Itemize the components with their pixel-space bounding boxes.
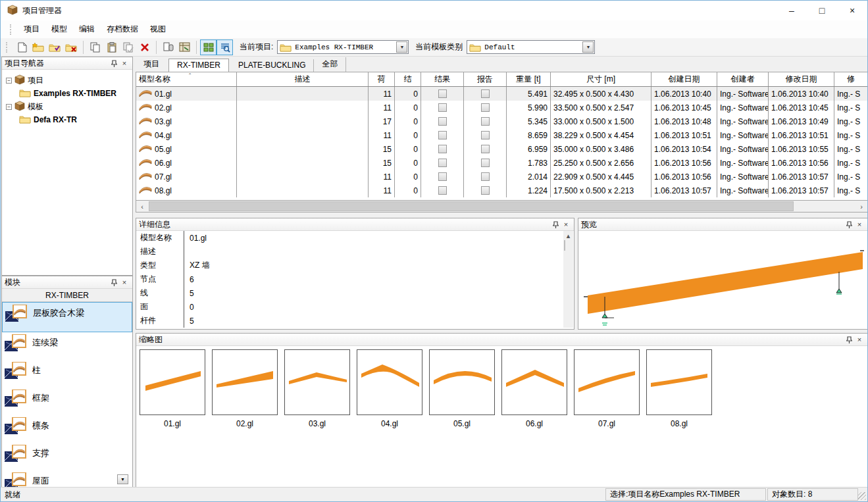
results-checkbox[interactable] bbox=[438, 131, 447, 139]
module-item-roof[interactable]: 屋面 bbox=[2, 470, 132, 487]
tree-node-template-item[interactable]: Defa RX-TR bbox=[3, 113, 131, 126]
report-checkbox[interactable] bbox=[481, 172, 490, 181]
tab-rx-timber[interactable]: RX-TIMBER bbox=[168, 59, 229, 72]
report-checkbox[interactable] bbox=[481, 117, 490, 126]
menu-edit[interactable]: 编辑 bbox=[73, 21, 101, 38]
expander-icon[interactable]: − bbox=[6, 104, 12, 110]
detail-value[interactable]: 01.gl bbox=[184, 231, 574, 245]
close-panel-icon[interactable]: × bbox=[119, 59, 130, 68]
column-header-modified[interactable]: 修改日期 bbox=[769, 72, 834, 86]
column-header-description[interactable]: 描述 bbox=[237, 72, 369, 86]
results-checkbox[interactable] bbox=[438, 117, 447, 126]
close-button[interactable]: × bbox=[837, 1, 867, 20]
results-checkbox[interactable] bbox=[438, 186, 447, 195]
column-header-modifier[interactable]: 修 bbox=[834, 72, 867, 86]
tree-label[interactable]: 项目 bbox=[28, 75, 43, 86]
expander-icon[interactable]: − bbox=[6, 78, 12, 84]
details-view-toggle[interactable] bbox=[217, 39, 233, 55]
report-checkbox[interactable] bbox=[481, 89, 490, 98]
module-scroll-down-button[interactable]: ▼ bbox=[117, 474, 128, 484]
table-row[interactable]: 08.gl 11 0 1.224 17.500 x 0.500 x 2.213 … bbox=[136, 184, 867, 197]
new-model-button[interactable] bbox=[14, 39, 30, 55]
menu-archive-data[interactable]: 存档数据 bbox=[101, 21, 144, 38]
module-item-glulam-beam[interactable]: 层板胶合木梁 bbox=[2, 302, 132, 332]
column-header-combos[interactable]: 结 bbox=[395, 72, 421, 86]
thumbnail-item[interactable]: 04.gl bbox=[357, 349, 422, 428]
details-vertical-scrollbar[interactable]: ▴ bbox=[563, 231, 573, 328]
menu-view[interactable]: 视图 bbox=[144, 21, 172, 38]
column-header-results[interactable]: 结果 bbox=[421, 72, 464, 86]
import-model-button[interactable] bbox=[160, 39, 176, 55]
tree-node-templates[interactable]: − 模板 bbox=[3, 100, 131, 113]
thumbnail-item[interactable]: 05.gl bbox=[429, 349, 495, 428]
thumbnail-item[interactable]: 08.gl bbox=[646, 349, 712, 428]
thumbnail-item[interactable]: 02.gl bbox=[212, 349, 278, 428]
pin-icon[interactable] bbox=[109, 278, 119, 288]
table-row[interactable]: 04.gl 11 0 8.659 38.229 x 0.500 x 4.454 … bbox=[136, 128, 867, 142]
results-checkbox[interactable] bbox=[438, 159, 447, 167]
table-horizontal-scrollbar[interactable]: ‹ › bbox=[136, 200, 868, 213]
column-header-created[interactable]: 创建日期 bbox=[651, 72, 717, 86]
close-panel-icon[interactable]: × bbox=[854, 220, 865, 230]
thumbnail-item[interactable]: 03.gl bbox=[284, 349, 350, 428]
scrollbar-thumb[interactable] bbox=[564, 240, 565, 251]
report-checkbox[interactable] bbox=[481, 145, 490, 153]
menu-project[interactable]: 项目 bbox=[18, 21, 45, 38]
scrollbar-thumb[interactable] bbox=[149, 201, 794, 211]
minimize-button[interactable]: – bbox=[777, 1, 807, 20]
close-panel-icon[interactable]: × bbox=[854, 335, 865, 345]
maximize-button[interactable]: □ bbox=[807, 1, 837, 20]
thumbnail-item[interactable]: 06.gl bbox=[501, 349, 567, 428]
table-row[interactable]: 07.gl 11 0 2.014 22.909 x 0.500 x 4.445 … bbox=[136, 170, 867, 184]
module-group-header[interactable]: RX-TIMBER bbox=[2, 289, 132, 302]
tree-label[interactable]: Examples RX-TIMBER bbox=[34, 89, 116, 98]
close-panel-icon[interactable]: × bbox=[119, 278, 130, 288]
open-project-button[interactable] bbox=[47, 39, 63, 55]
results-checkbox[interactable] bbox=[438, 172, 447, 181]
resize-grip[interactable] bbox=[858, 492, 866, 500]
tab-project[interactable]: 项目 bbox=[136, 57, 167, 72]
results-checkbox[interactable] bbox=[438, 145, 447, 153]
new-project-button[interactable] bbox=[30, 39, 47, 55]
thumbnails-view-toggle[interactable] bbox=[200, 39, 217, 55]
menu-model[interactable]: 模型 bbox=[45, 21, 73, 38]
scroll-up-icon[interactable]: ▴ bbox=[563, 231, 573, 241]
column-header-weight[interactable]: 重量 [t] bbox=[507, 72, 551, 86]
dropdown-arrow-icon[interactable]: ▼ bbox=[396, 41, 407, 53]
archive-button[interactable] bbox=[176, 39, 193, 55]
dropdown-arrow-icon[interactable]: ▼ bbox=[582, 41, 594, 53]
delete-project-button[interactable] bbox=[63, 39, 80, 55]
delete-button[interactable] bbox=[136, 39, 153, 55]
column-header-name[interactable]: 模型名称ˆ bbox=[136, 72, 237, 86]
thumbnail-item[interactable]: 01.gl bbox=[140, 349, 205, 428]
results-checkbox[interactable] bbox=[438, 103, 447, 112]
table-row[interactable]: 05.gl 15 0 6.959 35.000 x 0.500 x 3.486 … bbox=[136, 142, 867, 156]
tree-node-project-item[interactable]: Examples RX-TIMBER bbox=[3, 87, 131, 100]
table-row[interactable]: 03.gl 17 0 5.345 33.000 x 0.500 x 1.500 … bbox=[136, 114, 867, 128]
paste-button[interactable] bbox=[103, 39, 120, 55]
module-item-brace[interactable]: 支撑 bbox=[2, 443, 132, 470]
preview-beam-drawing[interactable] bbox=[578, 231, 867, 328]
module-item-purlin[interactable]: 檩条 bbox=[2, 415, 132, 443]
menubar-grip[interactable] bbox=[10, 24, 13, 35]
pin-icon[interactable] bbox=[844, 220, 854, 230]
report-checkbox[interactable] bbox=[481, 103, 490, 112]
column-header-loads[interactable]: 荷 bbox=[369, 72, 395, 86]
copy-button[interactable] bbox=[87, 39, 103, 55]
column-header-creator[interactable]: 创建者 bbox=[717, 72, 769, 86]
thumbnail-item[interactable]: 07.gl bbox=[574, 349, 640, 428]
close-panel-icon[interactable]: × bbox=[561, 220, 571, 230]
report-checkbox[interactable] bbox=[481, 131, 490, 139]
report-checkbox[interactable] bbox=[481, 159, 490, 167]
pin-icon[interactable] bbox=[844, 335, 854, 345]
pin-icon[interactable] bbox=[109, 59, 119, 68]
tree-label[interactable]: Defa RX-TR bbox=[34, 115, 77, 124]
table-row[interactable]: 02.gl 11 0 5.990 33.500 x 0.500 x 2.547 … bbox=[136, 101, 867, 114]
tab-all[interactable]: 全部 bbox=[314, 57, 346, 72]
module-item-frame[interactable]: 框架 bbox=[2, 388, 132, 415]
column-header-size[interactable]: 尺寸 [m] bbox=[551, 72, 651, 86]
tree-label[interactable]: 模板 bbox=[28, 101, 43, 113]
duplicate-button[interactable] bbox=[120, 39, 136, 55]
table-row[interactable]: 06.gl 15 0 1.783 25.250 x 0.500 x 2.656 … bbox=[136, 156, 867, 170]
scroll-left-icon[interactable]: ‹ bbox=[136, 201, 148, 212]
